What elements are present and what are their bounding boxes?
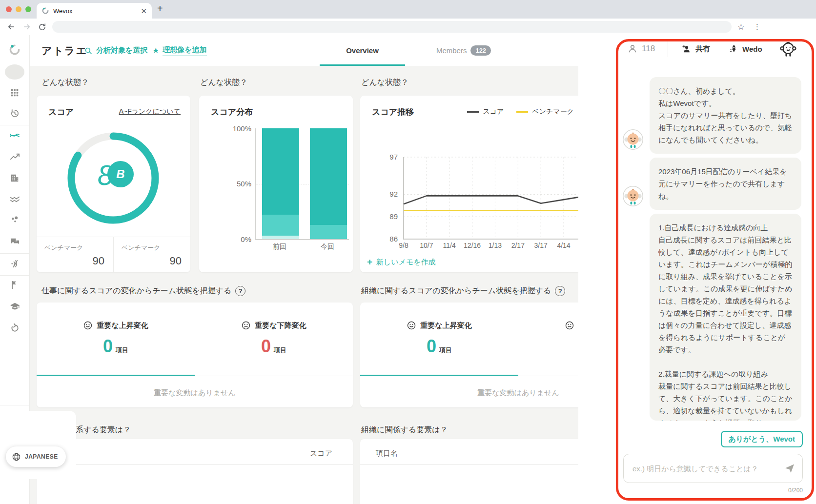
rocket-icon	[729, 44, 738, 54]
bottom-left-popover	[0, 411, 76, 479]
tab-members[interactable]: Members 122	[410, 35, 517, 66]
company-building-icon[interactable]	[0, 173, 29, 183]
close-window-button[interactable]	[6, 6, 12, 12]
active-stat-indicator	[37, 375, 195, 376]
up-changes-stat[interactable]: 重要な上昇変化 0項目	[360, 302, 518, 375]
favicon-icon	[41, 7, 49, 15]
work-changes-card: 重要な上昇変化 0項目 重要な下降変化 0項目 重要な変動はありません	[37, 302, 353, 407]
reload-button[interactable]	[38, 23, 46, 31]
broadcast-survey-icon[interactable]	[0, 258, 29, 269]
up-changes-stat[interactable]: 重要な上昇変化 0項目	[37, 302, 195, 375]
state-heading: どんな状態？	[41, 78, 89, 88]
user-avatar[interactable]	[0, 64, 29, 80]
person-add-icon	[681, 43, 692, 54]
benchmark-value: 90	[93, 255, 104, 267]
x-label-current: 今回	[308, 242, 347, 251]
line-chart-icon[interactable]	[0, 151, 29, 162]
distribution-chart	[255, 128, 349, 240]
wevot-avatar	[622, 129, 644, 150]
multi-trend-icon[interactable]	[0, 193, 29, 204]
history-icon[interactable]	[0, 108, 29, 119]
work-section-title: 仕事に関するスコアの変化からチーム状態を把握する ?	[41, 286, 245, 296]
svg-text:4/14: 4/14	[557, 242, 570, 249]
wedo-button[interactable]: Wedo	[729, 44, 762, 54]
happy-face-icon	[407, 321, 416, 330]
tab-title: Wevox	[53, 7, 73, 15]
wevot-mascot-icon[interactable]	[779, 40, 797, 58]
divider	[668, 40, 668, 57]
up-count: 0	[427, 336, 436, 357]
tab-overview[interactable]: Overview	[320, 35, 405, 66]
new-memo-button[interactable]: + 新しいメモを作成	[367, 257, 436, 267]
benchmark-cell: ベンチマーク 90	[113, 237, 190, 272]
search-icon	[84, 46, 93, 55]
legend-benchmark: ベンチマーク	[516, 107, 574, 116]
scatter-dots-icon[interactable]	[0, 215, 29, 225]
svg-text:10/7: 10/7	[420, 242, 433, 249]
forward-button[interactable]	[22, 22, 31, 31]
svg-text:92: 92	[389, 190, 398, 198]
rank-badge: B	[107, 161, 134, 187]
minimize-window-button[interactable]	[16, 6, 21, 12]
wevot-avatar	[622, 185, 644, 207]
window-controls	[6, 6, 31, 12]
up-count: 0	[103, 336, 113, 357]
factors-right-title: 組織に関係する要素は？	[361, 425, 448, 435]
browser-toolbar: ☆ ⋮	[0, 19, 816, 36]
recipient-count: 118	[642, 44, 655, 54]
y-tick: 50%	[211, 180, 251, 188]
globe-icon	[12, 452, 21, 462]
wevox-app: ? アトラエ 分析対象を選択 ★ 理想像を追加 Overview Members…	[0, 35, 816, 504]
send-icon[interactable]	[784, 463, 796, 474]
svg-text:9/8: 9/8	[399, 242, 408, 249]
svg-text:97: 97	[389, 153, 398, 161]
quick-reply-chip[interactable]: ありがとう、Wevot	[721, 431, 803, 447]
bar-current	[310, 128, 347, 239]
address-bar[interactable]	[52, 21, 732, 33]
chat-header: 118 共有 Wedo	[627, 39, 797, 59]
org-section-title: 組織に関するスコアの変化からチーム状態を把握する ?	[361, 286, 565, 296]
close-tab-icon[interactable]: ✕	[141, 7, 147, 15]
chat-bubbles-icon[interactable]	[0, 236, 29, 247]
legend-score: スコア	[467, 107, 504, 116]
refresh-icon[interactable]	[0, 323, 29, 334]
svg-text:3/17: 3/17	[534, 242, 548, 249]
back-button[interactable]	[7, 22, 16, 31]
score-trend-card: スコア推移 スコア ベンチマーク 868992979/810/711/412/1…	[360, 96, 581, 272]
item-column-header: 項目名	[376, 449, 398, 458]
svg-text:12/16: 12/16	[464, 242, 481, 249]
svg-text:1/13: 1/13	[489, 242, 502, 249]
x-label-previous: 前回	[261, 242, 299, 251]
graduation-cap-icon[interactable]	[0, 301, 29, 312]
apps-grid-icon[interactable]	[0, 87, 29, 98]
engagement-score-icon[interactable]	[0, 130, 29, 141]
person-icon	[627, 43, 638, 54]
svg-text:89: 89	[389, 212, 398, 221]
trend-chart: 868992979/810/711/412/161/132/173/174/14	[360, 120, 581, 254]
state-heading: どんな状態？	[200, 78, 247, 88]
bookmark-star-icon[interactable]: ☆	[737, 22, 745, 32]
language-selector-button[interactable]: JAPANESE	[6, 446, 66, 467]
flag-icon[interactable]	[0, 280, 29, 290]
bar-previous	[262, 128, 299, 239]
state-heading: どんな状態？	[361, 78, 408, 88]
help-question-icon[interactable]: ?	[235, 286, 245, 296]
happy-face-icon	[83, 321, 93, 330]
wevox-logo-icon[interactable]	[0, 43, 29, 56]
help-question-icon[interactable]: ?	[555, 286, 565, 296]
down-changes-stat[interactable]: 重要な下降変化 0項目	[195, 302, 353, 375]
share-button[interactable]: 共有	[681, 43, 710, 54]
chat-message-input[interactable]	[632, 464, 784, 473]
browser-tab[interactable]: Wevox ✕	[37, 3, 152, 19]
chat-message: 2023年06月15日配信のサーベイ結果を元にサマリーを作ったので共有しますね。	[650, 158, 801, 210]
select-analysis-target-button[interactable]: 分析対象を選択	[84, 35, 147, 66]
y-tick: 0%	[211, 235, 251, 243]
add-ideal-button[interactable]: ★ 理想像を追加	[152, 35, 207, 66]
browser-menu-icon[interactable]: ⋮	[754, 22, 761, 31]
plus-icon: +	[367, 257, 372, 267]
new-tab-button[interactable]: +	[157, 3, 163, 14]
maximize-window-button[interactable]	[25, 6, 31, 12]
trend-legend: スコア ベンチマーク	[467, 107, 574, 116]
y-tick: 100%	[211, 124, 251, 133]
rank-info-link[interactable]: A~Fランクについて	[119, 107, 181, 116]
